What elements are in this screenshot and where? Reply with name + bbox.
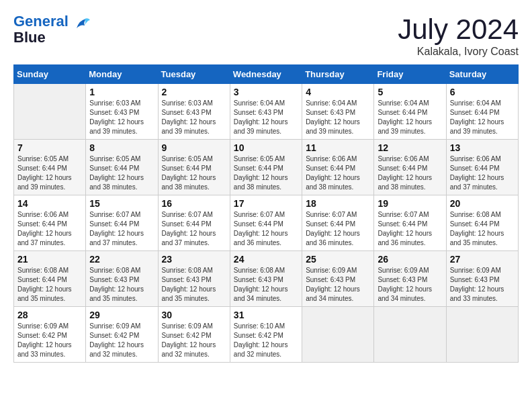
day-info: Sunrise: 6:05 AMSunset: 6:44 PMDaylight:… xyxy=(89,154,154,192)
calendar-day-cell: 14Sunrise: 6:06 AMSunset: 6:44 PMDayligh… xyxy=(14,195,86,251)
day-number: 28 xyxy=(17,310,82,320)
calendar-day-cell xyxy=(302,307,374,363)
calendar-day-cell: 18Sunrise: 6:07 AMSunset: 6:44 PMDayligh… xyxy=(302,195,374,251)
day-number: 11 xyxy=(306,142,370,153)
day-info: Sunrise: 6:07 AMSunset: 6:44 PMDaylight:… xyxy=(234,210,298,248)
day-info: Sunrise: 6:07 AMSunset: 6:44 PMDaylight:… xyxy=(378,210,442,248)
calendar-week-row: 21Sunrise: 6:08 AMSunset: 6:44 PMDayligh… xyxy=(14,251,519,307)
day-number: 5 xyxy=(378,87,442,97)
day-info: Sunrise: 6:04 AMSunset: 6:43 PMDaylight:… xyxy=(234,99,298,136)
calendar-table: Sunday Monday Tuesday Wednesday Thursday… xyxy=(13,64,519,363)
day-number: 23 xyxy=(162,254,226,265)
day-info: Sunrise: 6:08 AMSunset: 6:43 PMDaylight:… xyxy=(162,266,226,304)
calendar-week-row: 28Sunrise: 6:09 AMSunset: 6:42 PMDayligh… xyxy=(14,307,519,363)
day-info: Sunrise: 6:04 AMSunset: 6:44 PMDaylight:… xyxy=(450,99,515,136)
day-number: 30 xyxy=(162,310,226,320)
calendar-header-row: Sunday Monday Tuesday Wednesday Thursday… xyxy=(14,65,519,84)
day-number: 20 xyxy=(450,198,515,209)
calendar-day-cell: 28Sunrise: 6:09 AMSunset: 6:42 PMDayligh… xyxy=(14,307,86,363)
logo-text: General Blue xyxy=(13,13,91,46)
calendar-day-cell: 16Sunrise: 6:07 AMSunset: 6:44 PMDayligh… xyxy=(158,195,230,251)
calendar-day-cell: 21Sunrise: 6:08 AMSunset: 6:44 PMDayligh… xyxy=(14,251,86,307)
day-info: Sunrise: 6:09 AMSunset: 6:43 PMDaylight:… xyxy=(450,266,515,304)
calendar-day-cell: 9Sunrise: 6:05 AMSunset: 6:44 PMDaylight… xyxy=(158,140,230,195)
day-number: 26 xyxy=(378,254,442,265)
calendar-day-cell: 11Sunrise: 6:06 AMSunset: 6:44 PMDayligh… xyxy=(302,140,374,195)
calendar-day-cell: 22Sunrise: 6:08 AMSunset: 6:43 PMDayligh… xyxy=(86,251,158,307)
day-info: Sunrise: 6:04 AMSunset: 6:44 PMDaylight:… xyxy=(378,99,442,136)
day-info: Sunrise: 6:08 AMSunset: 6:44 PMDaylight:… xyxy=(450,210,515,248)
logo-bird-icon xyxy=(71,15,91,38)
day-info: Sunrise: 6:09 AMSunset: 6:43 PMDaylight:… xyxy=(378,266,442,304)
day-number: 19 xyxy=(378,198,442,209)
day-info: Sunrise: 6:09 AMSunset: 6:42 PMDaylight:… xyxy=(162,322,226,359)
day-number: 12 xyxy=(378,142,442,153)
calendar-day-cell: 15Sunrise: 6:07 AMSunset: 6:44 PMDayligh… xyxy=(86,195,158,251)
logo: General Blue xyxy=(13,13,91,46)
day-info: Sunrise: 6:06 AMSunset: 6:44 PMDaylight:… xyxy=(306,154,370,192)
day-info: Sunrise: 6:06 AMSunset: 6:44 PMDaylight:… xyxy=(450,154,515,192)
calendar-day-cell: 5Sunrise: 6:04 AMSunset: 6:44 PMDaylight… xyxy=(374,84,446,140)
calendar-day-cell: 13Sunrise: 6:06 AMSunset: 6:44 PMDayligh… xyxy=(446,140,518,195)
day-info: Sunrise: 6:07 AMSunset: 6:44 PMDaylight:… xyxy=(306,210,370,248)
calendar-day-cell xyxy=(14,84,86,140)
calendar-day-cell: 2Sunrise: 6:03 AMSunset: 6:43 PMDaylight… xyxy=(158,84,230,140)
day-number: 4 xyxy=(306,87,370,97)
day-info: Sunrise: 6:03 AMSunset: 6:43 PMDaylight:… xyxy=(89,99,154,136)
calendar-day-cell: 12Sunrise: 6:06 AMSunset: 6:44 PMDayligh… xyxy=(374,140,446,195)
col-friday: Friday xyxy=(374,65,446,84)
calendar-day-cell: 30Sunrise: 6:09 AMSunset: 6:42 PMDayligh… xyxy=(158,307,230,363)
col-thursday: Thursday xyxy=(302,65,374,84)
day-number: 24 xyxy=(234,254,298,265)
calendar-day-cell: 26Sunrise: 6:09 AMSunset: 6:43 PMDayligh… xyxy=(374,251,446,307)
day-number: 25 xyxy=(306,254,370,265)
calendar-day-cell: 7Sunrise: 6:05 AMSunset: 6:44 PMDaylight… xyxy=(14,140,86,195)
calendar-week-row: 7Sunrise: 6:05 AMSunset: 6:44 PMDaylight… xyxy=(14,140,519,195)
day-number: 27 xyxy=(450,254,515,265)
calendar-day-cell: 23Sunrise: 6:08 AMSunset: 6:43 PMDayligh… xyxy=(158,251,230,307)
day-info: Sunrise: 6:10 AMSunset: 6:42 PMDaylight:… xyxy=(234,322,298,359)
day-number: 3 xyxy=(234,87,298,97)
day-number: 16 xyxy=(162,198,226,209)
day-number: 14 xyxy=(17,198,82,209)
day-info: Sunrise: 6:08 AMSunset: 6:43 PMDaylight:… xyxy=(234,266,298,304)
calendar-day-cell: 20Sunrise: 6:08 AMSunset: 6:44 PMDayligh… xyxy=(446,195,518,251)
day-number: 22 xyxy=(89,254,154,265)
day-info: Sunrise: 6:05 AMSunset: 6:44 PMDaylight:… xyxy=(234,154,298,192)
day-info: Sunrise: 6:08 AMSunset: 6:44 PMDaylight:… xyxy=(17,266,82,304)
day-info: Sunrise: 6:06 AMSunset: 6:44 PMDaylight:… xyxy=(378,154,442,192)
page-header: General Blue July 2024 Kalakala, Ivory C… xyxy=(13,13,519,58)
calendar-day-cell: 31Sunrise: 6:10 AMSunset: 6:42 PMDayligh… xyxy=(230,307,302,363)
day-info: Sunrise: 6:09 AMSunset: 6:42 PMDaylight:… xyxy=(17,322,82,359)
calendar-week-row: 14Sunrise: 6:06 AMSunset: 6:44 PMDayligh… xyxy=(14,195,519,251)
calendar-day-cell xyxy=(374,307,446,363)
calendar-day-cell: 25Sunrise: 6:09 AMSunset: 6:43 PMDayligh… xyxy=(302,251,374,307)
calendar-day-cell: 8Sunrise: 6:05 AMSunset: 6:44 PMDaylight… xyxy=(86,140,158,195)
calendar-day-cell: 17Sunrise: 6:07 AMSunset: 6:44 PMDayligh… xyxy=(230,195,302,251)
day-number: 8 xyxy=(89,142,154,153)
col-monday: Monday xyxy=(86,65,158,84)
day-number: 31 xyxy=(234,310,298,320)
day-number: 10 xyxy=(234,142,298,153)
calendar-day-cell: 27Sunrise: 6:09 AMSunset: 6:43 PMDayligh… xyxy=(446,251,518,307)
day-number: 17 xyxy=(234,198,298,209)
day-info: Sunrise: 6:07 AMSunset: 6:44 PMDaylight:… xyxy=(162,210,226,248)
calendar-day-cell: 3Sunrise: 6:04 AMSunset: 6:43 PMDaylight… xyxy=(230,84,302,140)
day-info: Sunrise: 6:05 AMSunset: 6:44 PMDaylight:… xyxy=(162,154,226,192)
day-number: 29 xyxy=(89,310,154,320)
title-area: July 2024 Kalakala, Ivory Coast xyxy=(398,13,519,58)
calendar-day-cell xyxy=(446,307,518,363)
calendar-day-cell: 29Sunrise: 6:09 AMSunset: 6:42 PMDayligh… xyxy=(86,307,158,363)
day-number: 9 xyxy=(162,142,226,153)
day-info: Sunrise: 6:05 AMSunset: 6:44 PMDaylight:… xyxy=(17,154,82,192)
day-number: 13 xyxy=(450,142,515,153)
day-info: Sunrise: 6:09 AMSunset: 6:43 PMDaylight:… xyxy=(306,266,370,304)
col-wednesday: Wednesday xyxy=(230,65,302,84)
day-info: Sunrise: 6:04 AMSunset: 6:43 PMDaylight:… xyxy=(306,99,370,136)
day-number: 6 xyxy=(450,87,515,97)
day-info: Sunrise: 6:09 AMSunset: 6:42 PMDaylight:… xyxy=(89,322,154,359)
calendar-day-cell: 4Sunrise: 6:04 AMSunset: 6:43 PMDaylight… xyxy=(302,84,374,140)
day-number: 7 xyxy=(17,142,82,153)
day-number: 1 xyxy=(89,87,154,97)
location-subtitle: Kalakala, Ivory Coast xyxy=(398,46,519,58)
